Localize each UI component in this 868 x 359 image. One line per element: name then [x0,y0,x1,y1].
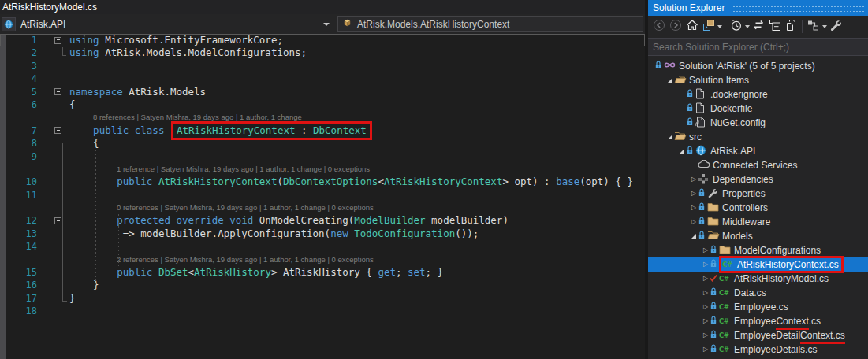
code-line-13[interactable]: 13 => modelBuilder.ApplyConfiguration(ne… [0,228,645,240]
code-line-11[interactable]: 11 [0,189,645,202]
code-line-1[interactable]: 1using Microsoft.EntityFrameworkCore; [0,34,645,46]
collapsed-arrow-icon[interactable]: ▷ [702,346,710,353]
project-dropdown[interactable]: AtRisk.API [0,16,337,32]
tree-item-solution-atrisk-5-of-5-projects-[interactable]: Solution 'AtRisk' (5 of 5 projects) [648,59,868,73]
fold-guide-foot [62,55,66,56]
tree-item-employeecontext.cs[interactable]: ▷C#EmployeeContext.cs [648,314,868,328]
collapse-region-icon[interactable] [54,217,61,224]
collapsed-arrow-icon[interactable]: ▷ [702,276,710,282]
tree-item-atriskhistorymodel.cs[interactable]: ▷C#AtRiskHistoryModel.cs [648,272,868,286]
collapse-region-icon[interactable] [54,88,61,95]
line-number: 4 [0,72,37,85]
codelens-indicator[interactable]: 1 reference | Satyen Mishra, 19 days ago… [0,163,645,176]
collapsed-arrow-icon[interactable]: ▷ [690,205,698,211]
collapse-all-button[interactable] [766,19,783,35]
code-line-5[interactable]: 5namespace AtRisk.Models [0,86,645,98]
line-number: 2 [0,46,37,59]
code-line-17[interactable]: 17} [0,292,645,305]
document-tab-title: AtRiskHistoryModel.cs [2,2,97,13]
tree-item-.dockerignore[interactable]: .dockerignore [648,87,868,102]
code-line-4[interactable]: 4 [0,72,645,85]
nav-back-button[interactable] [650,19,667,35]
collapsed-arrow-icon[interactable]: ▷ [702,318,710,324]
sync-with-active-document-button[interactable] [805,19,821,35]
collapsed-arrow-icon[interactable]: ▷ [702,261,710,268]
tree-item-middleware[interactable]: ▷Middleware [648,215,868,229]
expanded-arrow-icon[interactable] [666,78,674,83]
collapsed-arrow-icon[interactable]: ▷ [702,290,710,296]
fold-margin [37,98,69,111]
tree-item-dependencies[interactable]: ▷Dependencies [648,172,868,187]
expanded-arrow-icon[interactable] [666,135,674,139]
pending-changes-button[interactable] [728,19,744,35]
tree-item-nuget.config[interactable]: NuGet.config [648,116,868,130]
fold-margin [37,72,69,85]
collapse-region-icon[interactable] [54,37,61,44]
code-line-16[interactable]: 16 } [0,279,645,291]
csharp-icon: C# [719,275,728,283]
code-line-12[interactable]: 12 protected override void OnModelCreati… [0,214,645,227]
tree-item-label: Middleware [722,217,770,228]
tree-item-atrisk.api[interactable]: AtRisk.API [648,144,868,158]
code-token: ModelBuilder [354,214,425,226]
chevron-down-icon[interactable] [717,25,722,28]
lock-icon [710,316,717,327]
folder-open-icon [707,230,720,242]
collapse-region-icon[interactable] [54,127,61,134]
code-line-3[interactable]: 3 [0,60,645,72]
solution-icon [664,60,676,72]
vs-window: AtRiskHistoryModel.cs AtRisk.API AtRisk.… [0,0,868,359]
code-line-2[interactable]: 2using AtRisk.Models.ModelConfigurations… [0,46,645,59]
tree-item-atriskhistorycontext.cs[interactable]: ▷C#AtRiskHistoryContext.cs [648,257,868,272]
codelens-indicator[interactable]: 2 references | Satyen Mishra, 19 days ag… [0,254,645,266]
expanded-arrow-icon[interactable] [678,149,686,154]
csharp-icon: C# [719,303,728,311]
show-all-files-button[interactable] [783,19,799,35]
collapsed-arrow-icon[interactable]: ▷ [690,176,698,183]
tree-item-employee.cs[interactable]: ▷C#Employee.cs [648,300,868,314]
expanded-arrow-icon[interactable] [690,234,698,239]
tree-item-employeedetails.cs[interactable]: ▷C#EmployeeDetails.cs [648,342,868,357]
code-token: using [69,34,99,46]
tree-item-properties[interactable]: ▷Properties [648,187,868,201]
document-tab[interactable]: AtRiskHistoryModel.cs [0,0,102,14]
home-button[interactable] [684,19,700,35]
lock-icon [710,344,717,355]
collapsed-arrow-icon[interactable]: ▷ [702,332,710,339]
collapsed-arrow-icon[interactable]: ▷ [690,191,698,197]
tree-item-employeedetailcontext.cs[interactable]: ▷C#EmployeeDetailContext.cs [648,328,868,342]
collapsed-arrow-icon[interactable]: ▷ [702,247,710,254]
tree-item-dockerfile[interactable]: Dockerfile [648,102,868,116]
code-line-15[interactable]: 15 public DbSet<AtRiskHistory> AtRiskHis… [0,266,645,279]
fold-margin [37,189,69,202]
tree-item-label: Solution Items [689,75,749,86]
code-line-9[interactable]: 9 [0,150,645,163]
tree-item-solution-items[interactable]: Solution Items [648,73,868,87]
solution-explorer-titlebar[interactable]: Solution Explorer [648,0,868,16]
codelens-indicator[interactable]: 0 references | Satyen Mishra, 19 days ag… [0,202,645,214]
tree-item-controllers[interactable]: ▷Controllers [648,201,868,215]
properties-button[interactable] [827,19,844,35]
code-line-10[interactable]: 10 public AtRiskHistoryContext(DbContext… [0,176,645,188]
fold-margin [37,240,69,253]
collapsed-arrow-icon[interactable]: ▷ [690,219,698,225]
tree-item-src[interactable]: src [648,130,868,144]
line-number: 3 [0,60,37,72]
tree-item-data.cs[interactable]: ▷C#Data.cs [648,286,868,300]
code-line-6[interactable]: 6{ [0,98,645,111]
collapsed-arrow-icon[interactable]: ▷ [702,304,710,310]
code-text: { [69,98,76,111]
folder-icon [707,202,719,214]
tree-item-models[interactable]: Models [648,229,868,243]
refresh-button[interactable] [750,19,766,35]
nav-forward-button[interactable] [667,19,684,35]
search-input[interactable] [648,41,868,54]
switch-views-button[interactable] [700,19,717,35]
code-line-18[interactable]: 18 [0,305,645,317]
code-line-7[interactable]: 7 public class AtRiskHistoryContext : Db… [0,124,645,137]
code-line-14[interactable]: 14 [0,240,645,253]
tree-item-connected-services[interactable]: Connected Services [648,158,868,172]
lock-icon [698,217,706,228]
type-dropdown[interactable]: AtRisk.Models.AtRiskHistoryContext [337,16,643,32]
code-text: protected override void OnModelCreating(… [69,214,509,227]
